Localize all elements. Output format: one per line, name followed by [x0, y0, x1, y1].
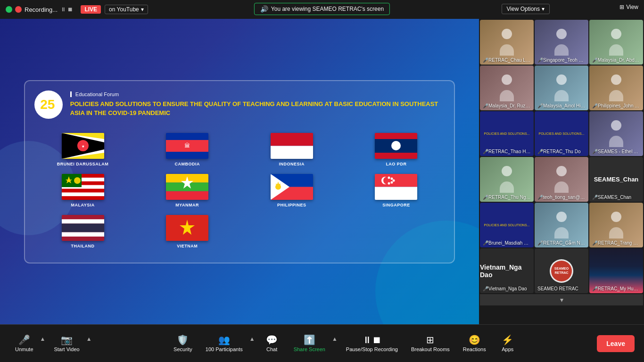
svg-rect-16 [62, 192, 104, 196]
apps-button[interactable]: ⚡ Apps [494, 332, 522, 355]
share-screen-icon: ⬆️ [304, 335, 315, 345]
recording-text: Recording... [25, 6, 58, 13]
breakout-rooms-button[interactable]: ⊞ Breakout Rooms [405, 332, 455, 355]
youtube-button[interactable]: on YouTube ▾ [105, 5, 148, 14]
mute-icon: 🎤 [537, 149, 543, 154]
apps-label: Apps [502, 346, 513, 352]
mute-icon: 🎤 [483, 149, 488, 154]
participants-label: 100 Participants [206, 346, 243, 352]
country-name: THAILAND [71, 244, 95, 248]
chat-icon: 💬 [266, 335, 278, 345]
svg-point-36 [391, 181, 393, 183]
participant-name: Malaysia_Ainol Hiday... [543, 103, 586, 108]
unmute-group: 🎤 Unmute ▲ [9, 332, 46, 355]
country-name: LAO PDR [386, 162, 406, 166]
svg-point-20 [74, 177, 81, 184]
chat-label: Chat [266, 346, 277, 352]
country-name: INDONESIA [279, 162, 305, 166]
viewing-text: You are viewing SEAMEO RETRAC's screen [271, 6, 384, 12]
list-item: VIETNAM [139, 215, 236, 248]
mute-icon: 🎤 [483, 58, 488, 63]
country-name: MALAYSIA [71, 203, 95, 207]
share-screen-button[interactable]: ⬆️ Share Screen [288, 332, 331, 355]
participant-tile: 🎤 SEAMES - Ethel Agne... [589, 111, 643, 156]
svg-rect-8 [271, 133, 313, 146]
participant-tile: 🎤 teoh_tiong_san@moe... [535, 157, 588, 202]
svg-point-38 [388, 182, 390, 184]
unmute-caret[interactable]: ▲ [39, 336, 47, 342]
participant-name: Malaysia_Dr. Abd Raz... [598, 58, 640, 63]
participant-name: Brunei_Masdiah Tuah [488, 240, 531, 246]
grid-row: Vietnam_Nga Dao 🎤 Vietnam_Nga Dao SEAMEO… [480, 248, 643, 293]
flag-myanmar [166, 174, 208, 200]
main-content: 25 Educational Forum POLICIES AND SOLUTI… [0, 19, 644, 324]
mute-icon: 🎤 [592, 195, 598, 200]
participant-tile: SEAMEORETRAC SEAMEO RETRAC [535, 248, 588, 293]
participant-name: RETRAC_Trang Nguyen [598, 240, 640, 246]
participant-tile: POLICIES AND SOLUTIONS... 🎤 Brunei_Masdi… [480, 203, 534, 247]
pause-icon[interactable]: ⏸ ⏹ [60, 6, 73, 13]
svg-rect-31 [375, 187, 417, 200]
start-video-label: Start Video [54, 346, 79, 352]
view-options-button[interactable]: View Options ▾ [502, 4, 550, 14]
mute-icon: 🎤 [483, 240, 488, 246]
video-caret[interactable]: ▲ [85, 336, 93, 342]
participant-grid: 🎤 RETRAC_Chau Luu 🎤 Singapore_Teoh Tion.… [479, 19, 644, 324]
grid-row: 🎤 RETRAC_Thu Nguyen 🎤 teoh_tiong_san@moe… [480, 157, 643, 202]
participant-name: teoh_tiong_san@moe... [543, 195, 586, 200]
country-name: CAMBODIA [174, 162, 200, 166]
flag-malaysia [62, 174, 104, 200]
view-label: View [626, 4, 638, 10]
mute-icon: 🎤 [483, 195, 488, 200]
unmute-label: Unmute [15, 346, 33, 352]
view-button[interactable]: ⊞ View [619, 4, 638, 10]
seames-logo: 25 [34, 90, 63, 119]
participant-name: RETRAC_Thu Nguyen [488, 195, 531, 200]
status-dot [6, 6, 12, 13]
viewing-banner: 🔊 You are viewing SEAMEO RETRAC's screen [254, 3, 390, 15]
shield-icon: 🛡️ [177, 335, 189, 345]
flag-philippines [271, 174, 313, 200]
svg-rect-40 [62, 219, 104, 223]
svg-point-12 [391, 141, 401, 150]
mute-icon: 🎤 [592, 240, 598, 246]
slide-inner: 25 Educational Forum POLICIES AND SOLUTI… [24, 80, 455, 263]
slide-header: 25 Educational Forum POLICIES AND SOLUTI… [34, 90, 445, 119]
flags-grid: ★ BRUNEI DARUSSALAM 🏛 [34, 128, 445, 253]
top-bar: Recording... ⏸ ⏹ LIVE on YouTube ▾ 🔊 You… [0, 0, 644, 19]
svg-point-35 [393, 179, 395, 181]
participant-name: Malaysia_Dr. Ruzina ... [488, 103, 531, 108]
pause-recording-button[interactable]: ⏸⏹ Pause/Stop Recording [340, 332, 404, 355]
scroll-down-button[interactable]: ▾ [480, 294, 643, 305]
chat-button[interactable]: 💬 Chat [258, 332, 286, 355]
recording-indicator: Recording... ⏸ ⏹ [6, 6, 73, 13]
start-video-button[interactable]: 📷 Start Video [48, 332, 85, 355]
participant-tile: 🎤 Malaysia_Dr. Abd Raz... [589, 20, 643, 65]
participant-name: RETRAC_Thu Do [543, 149, 586, 154]
security-label: Security [173, 346, 192, 352]
leave-button[interactable]: Leave [597, 335, 635, 352]
participant-tile: 🎤 RETRAC_Chau Luu [480, 20, 534, 65]
security-button[interactable]: 🛡️ Security [168, 332, 198, 355]
svg-text:🏛: 🏛 [184, 142, 190, 149]
mute-icon: 🎤 [592, 286, 598, 291]
participant-tile: 🎤 Malaysia_Ainol Hiday... [535, 66, 588, 110]
share-screen-caret[interactable]: ▲ [331, 336, 339, 342]
participants-button[interactable]: 👥 100 Participants [200, 332, 248, 355]
list-item: 🏛 CAMBODIA [139, 133, 236, 166]
video-group: 📷 Start Video ▲ [48, 332, 92, 355]
flag-lao [375, 133, 417, 159]
participant-name: RETRAC_My Huynh [598, 286, 640, 291]
participant-tile: Vietnam_Nga Dao 🎤 Vietnam_Nga Dao [480, 248, 534, 293]
unmute-button[interactable]: 🎤 Unmute [9, 332, 39, 355]
participant-name: SEAMEO RETRAC [537, 286, 586, 291]
mute-icon: 🎤 [483, 286, 488, 291]
reactions-button[interactable]: 😊 Reactions [457, 332, 492, 355]
view-options-label: View Options [507, 6, 540, 12]
participant-tile: 🎤 RETRAC_Gẫm Nguyễn [535, 203, 588, 247]
participant-name: Philippines_John Arno... [598, 103, 640, 108]
mic-slash-icon: 🎤 [18, 335, 30, 345]
forum-type-label: Educational Forum [70, 91, 445, 97]
participant-tile: SEAMES_Chan 🎤 SEAMES_Chan [589, 157, 643, 202]
participants-caret[interactable]: ▲ [248, 336, 256, 342]
